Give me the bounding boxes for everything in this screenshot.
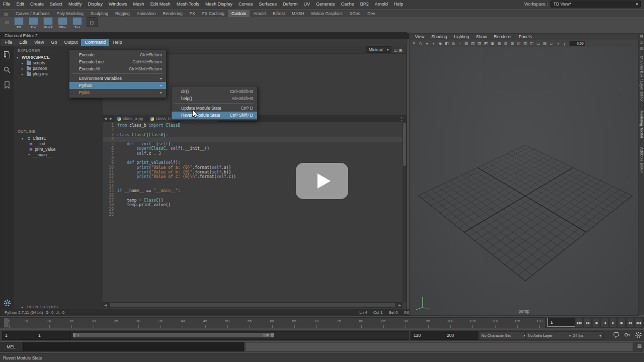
- menu-display[interactable]: Display: [85, 2, 106, 7]
- shelf-item-pm[interactable]: PM: [12, 17, 26, 30]
- shelf-tab-sculpting[interactable]: Sculpting: [87, 10, 112, 17]
- workspace-dropdown[interactable]: TD View* ▾: [550, 1, 641, 8]
- step-back-key-button[interactable]: ◀▮: [592, 318, 600, 327]
- menu-bp2[interactable]: BP2: [357, 2, 372, 7]
- code-line[interactable]: 10 print("Value of a: {0}".format(self.a…: [103, 165, 403, 170]
- shelf-tab-animation[interactable]: Animation: [133, 10, 159, 17]
- range-slider-range[interactable]: 1 120: [73, 333, 274, 337]
- code-line[interactable]: 19: [103, 207, 403, 212]
- shelf-grip-icon[interactable]: ▤: [2, 17, 12, 28]
- menu-file[interactable]: File: [0, 2, 14, 7]
- gamma-icon[interactable]: γ: [561, 41, 568, 47]
- menu-item-revert-module-state[interactable]: Revert Module StateCtrl+Shift+D: [172, 112, 257, 119]
- menu-arnold[interactable]: Arnold: [372, 2, 391, 7]
- code-line[interactable]: 1from class_b import ClassB: [103, 123, 403, 128]
- play-backwards-button[interactable]: ◀: [601, 318, 608, 327]
- shelf-tab-rendering[interactable]: Rendering: [159, 10, 186, 17]
- new-editor-icon[interactable]: ▣: [398, 48, 403, 52]
- image-plane-icon[interactable]: ▱: [548, 41, 554, 47]
- menu-surfaces[interactable]: Surfaces: [256, 2, 280, 7]
- wire-on-shaded-icon[interactable]: ▧: [476, 41, 482, 47]
- layout-preset-dropdown[interactable]: Minimal ▾: [366, 46, 391, 53]
- wireframe-icon[interactable]: ◇: [418, 41, 424, 47]
- range-end-handle[interactable]: [271, 333, 274, 337]
- character-set-dropdown[interactable]: No Character Set ▾: [479, 331, 528, 340]
- shelf-item-script[interactable]: { }: [85, 17, 99, 30]
- exposure-field[interactable]: 0.00: [570, 41, 585, 46]
- menu-mesh[interactable]: Mesh: [130, 2, 147, 7]
- charcoal-menu-help[interactable]: Help: [109, 39, 126, 46]
- menu-item-dir[interactable]: dir()Ctrl+Shift+B: [172, 88, 257, 95]
- shelf-tab-rigging[interactable]: Rigging: [112, 10, 133, 17]
- camera-attributes-icon[interactable]: ▣: [490, 41, 496, 47]
- outline-class-item[interactable]: ▾CClassC: [14, 136, 103, 141]
- panel-tab-modeling-toolkit[interactable]: Modeling Toolkit: [640, 106, 643, 143]
- charcoal-menu-output[interactable]: Output: [60, 39, 81, 46]
- script-editor-icon[interactable]: ▤: [637, 343, 641, 348]
- charcoal-menu-command[interactable]: Command: [81, 39, 109, 46]
- menu-item-pylint[interactable]: Pylint▸: [69, 89, 166, 96]
- outline-method-item[interactable]: M__init__: [14, 141, 103, 147]
- code-line[interactable]: 2: [103, 128, 403, 132]
- shaded-icon[interactable]: ●: [424, 41, 430, 47]
- menu-item-update-module-state[interactable]: Update Module StateCtrl+D: [172, 105, 257, 112]
- horizontal-scrollbar[interactable]: ◀ ▶: [103, 302, 403, 308]
- playback-start-field[interactable]: 1: [35, 331, 71, 340]
- menu-item-help[interactable]: help()Alt+Shift+B: [172, 95, 257, 102]
- viewport-menu-shading[interactable]: Shading: [428, 34, 450, 40]
- menu-item-execute[interactable]: ExecuteCtrl+Return: [69, 51, 166, 58]
- hud-icon[interactable]: ▭: [535, 41, 541, 47]
- shelf-tab-dev[interactable]: Dev: [364, 10, 378, 17]
- panel-tab-channel-box-layer-editor[interactable]: Channel Box / Layer Editor: [640, 51, 643, 106]
- editor-tab-class-a-py[interactable]: class_a.py: [114, 115, 147, 122]
- animation-preferences-gear-icon[interactable]: [635, 331, 642, 338]
- play-forwards-button[interactable]: ▶: [609, 318, 617, 327]
- shelf-tab-motion-graphics[interactable]: Motion Graphics: [308, 10, 346, 17]
- resolution-gate-icon[interactable]: ⊞: [496, 41, 502, 47]
- shelf-item-kpro[interactable]: KPro: [56, 17, 69, 30]
- viewport-menu-view[interactable]: View: [412, 34, 428, 40]
- go-to-end-button[interactable]: ▶▶▮: [635, 318, 642, 327]
- step-forward-key-button[interactable]: ▮▶: [618, 318, 625, 327]
- shelf-tab-custom[interactable]: Custom: [228, 10, 250, 17]
- auto-key-icon[interactable]: [624, 331, 631, 338]
- shelf-item-tool[interactable]: Tool: [70, 17, 84, 30]
- scroll-left-icon[interactable]: ◀: [103, 303, 108, 307]
- code-line[interactable]: 5 def __init__(self):: [103, 142, 403, 146]
- shelf-tab-mash[interactable]: MASH: [288, 10, 308, 17]
- xray-icon[interactable]: ▨: [470, 41, 476, 47]
- settings-gear-icon[interactable]: [4, 299, 11, 307]
- panel-tab-attribute-editor[interactable]: Attribute Editor: [640, 143, 643, 177]
- menu-item-execute-line[interactable]: Execute LineCtrl+Alt+Return: [69, 58, 166, 65]
- menu-help[interactable]: Help: [391, 2, 407, 7]
- film-gate-icon[interactable]: ⊟: [503, 41, 509, 47]
- code-line[interactable]: 4: [103, 137, 403, 142]
- menu-generate[interactable]: Generate: [313, 2, 338, 7]
- split-layout-icon[interactable]: ◫: [394, 48, 399, 52]
- command-result-field[interactable]: [246, 342, 633, 351]
- code-line[interactable]: 6 super(ClassC, self).__init__(): [103, 146, 403, 151]
- charcoal-menu-go[interactable]: Go: [47, 39, 60, 46]
- occlusion-icon[interactable]: ◍: [450, 41, 456, 47]
- viewport-menu-lighting[interactable]: Lighting: [450, 34, 472, 40]
- code-line[interactable]: 15if __name__ == "__main__":: [103, 189, 403, 193]
- go-to-start-button[interactable]: ▮◀◀: [575, 318, 583, 327]
- menu-windows[interactable]: Windows: [106, 2, 130, 7]
- viewport-menu-show[interactable]: Show: [472, 34, 490, 40]
- menu-uv[interactable]: UV: [301, 2, 313, 7]
- viewport-menu-panels[interactable]: Panels: [515, 34, 535, 40]
- current-frame-field[interactable]: 1: [547, 318, 578, 327]
- shelf-tab-curves-surfaces[interactable]: Curves / Surfaces: [12, 10, 53, 17]
- vertical-scrollbar[interactable]: [403, 122, 407, 302]
- tabs-scroll-right-icon[interactable]: ▶: [108, 115, 114, 122]
- shelf-tab-fx[interactable]: FX: [186, 10, 199, 17]
- hotkey-bubble-icon[interactable]: [613, 331, 620, 338]
- show-attribute-editor-icon[interactable]: ▥: [638, 45, 644, 51]
- isolate-select-icon[interactable]: ◩: [483, 41, 489, 47]
- charcoal-menu-edit[interactable]: Edit: [16, 39, 31, 46]
- code-line[interactable]: 11 print("Value of b: {0}".format(self.b…: [103, 170, 403, 174]
- menu-deform[interactable]: Deform: [280, 2, 301, 7]
- code-line[interactable]: 3class ClassC(ClassB):: [103, 133, 403, 137]
- explorer-icon[interactable]: [3, 51, 11, 59]
- show-toolbox-icon[interactable]: ◫: [638, 39, 644, 45]
